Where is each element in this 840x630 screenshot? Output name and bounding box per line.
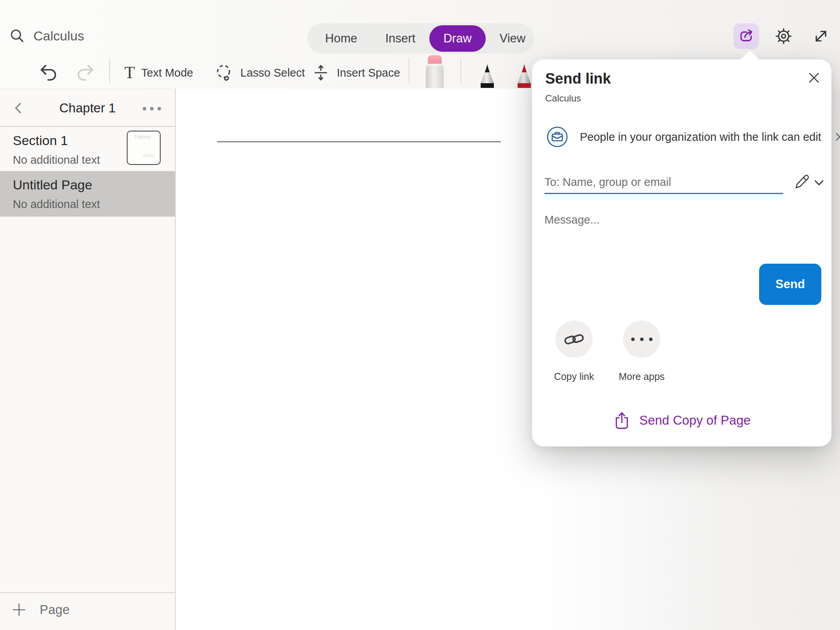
section-more-button[interactable] bbox=[140, 98, 163, 119]
expand-icon bbox=[812, 28, 830, 45]
tab-insert[interactable]: Insert bbox=[371, 25, 430, 52]
insert-space-button[interactable]: Insert Space bbox=[311, 58, 400, 88]
send-link-dialog: Send link Calculus People in your organi… bbox=[532, 60, 831, 446]
permission-text: People in your organization with the lin… bbox=[580, 131, 821, 144]
close-dialog-button[interactable] bbox=[805, 69, 823, 88]
copy-link-label: Copy link bbox=[554, 371, 594, 382]
chevron-down-icon bbox=[812, 176, 826, 189]
plus-icon bbox=[12, 602, 26, 617]
thumbnail-text: Trigono bbox=[134, 134, 160, 140]
tab-home[interactable]: Home bbox=[311, 25, 371, 52]
more-apps-circle bbox=[623, 320, 660, 358]
message-input[interactable] bbox=[544, 209, 762, 231]
page-thumbnail: Trigono cosec bbox=[127, 131, 161, 165]
top-actions bbox=[733, 23, 834, 49]
lasso-select-button[interactable]: Lasso Select bbox=[214, 58, 305, 88]
ribbon-tabs: Home Insert Draw View bbox=[307, 23, 534, 54]
text-mode-button[interactable]: T Text Mode bbox=[124, 58, 193, 88]
page-sidebar: Chapter 1 Section 1 No additional text T… bbox=[0, 89, 176, 630]
undo-button[interactable] bbox=[39, 58, 59, 88]
pencil-icon bbox=[793, 173, 810, 191]
redo-button[interactable] bbox=[75, 58, 95, 88]
red-pen-tool[interactable] bbox=[514, 64, 534, 88]
page-list: Section 1 No additional text Trigono cos… bbox=[0, 127, 175, 217]
dialog-title: Send link bbox=[545, 70, 611, 87]
page-subtitle: No additional text bbox=[13, 198, 175, 211]
eraser-tool[interactable] bbox=[426, 55, 444, 88]
fullscreen-button[interactable] bbox=[808, 23, 834, 49]
close-icon bbox=[806, 70, 822, 86]
send-copy-label: Send Copy of Page bbox=[639, 413, 751, 428]
share-up-arrow-icon bbox=[613, 411, 631, 429]
copy-link-button[interactable]: Copy link bbox=[540, 320, 608, 382]
onenote-app: Calculus Home Insert Draw View bbox=[0, 0, 840, 630]
undo-icon bbox=[39, 63, 59, 83]
share-icon bbox=[737, 27, 755, 45]
add-page-button[interactable]: Page bbox=[12, 602, 70, 617]
tab-draw[interactable]: Draw bbox=[429, 25, 485, 52]
dialog-notebook-name: Calculus bbox=[545, 93, 581, 104]
text-mode-label: Text Mode bbox=[141, 66, 193, 79]
more-apps-button[interactable]: More apps bbox=[607, 320, 676, 382]
to-input[interactable] bbox=[544, 172, 783, 194]
expand-recipients-button[interactable] bbox=[810, 175, 828, 192]
gear-icon bbox=[774, 27, 793, 46]
edit-recipients-button[interactable] bbox=[792, 172, 812, 192]
lasso-icon bbox=[214, 63, 234, 83]
notebook-search[interactable]: Calculus bbox=[9, 28, 84, 44]
toolbar-divider bbox=[409, 58, 410, 83]
sidebar-footer: Page bbox=[0, 592, 175, 630]
page-row-untitled-page[interactable]: Untitled Page No additional text bbox=[0, 171, 175, 217]
ellipsis-icon bbox=[150, 107, 154, 110]
add-page-label: Page bbox=[40, 602, 70, 617]
sidebar-header: Chapter 1 bbox=[0, 89, 175, 127]
ellipsis-icon bbox=[143, 107, 146, 110]
share-button[interactable] bbox=[733, 23, 759, 49]
insert-space-icon bbox=[311, 63, 331, 82]
briefcase-icon bbox=[546, 126, 568, 148]
page-row-section-1[interactable]: Section 1 No additional text Trigono cos… bbox=[0, 127, 175, 171]
page-title: Untitled Page bbox=[13, 177, 175, 192]
insert-space-label: Insert Space bbox=[337, 66, 400, 79]
notebook-title: Calculus bbox=[33, 28, 84, 44]
redo-icon bbox=[75, 63, 95, 83]
ellipsis-icon bbox=[158, 107, 161, 110]
send-button[interactable]: Send bbox=[759, 264, 821, 305]
page-title-underline bbox=[217, 141, 501, 142]
tab-view[interactable]: View bbox=[486, 25, 540, 52]
lasso-select-label: Lasso Select bbox=[240, 66, 305, 79]
chevron-right-icon bbox=[833, 132, 840, 142]
toolbar-divider bbox=[109, 58, 110, 83]
eraser-body bbox=[426, 64, 444, 88]
link-icon bbox=[562, 327, 586, 351]
black-pen-tool[interactable] bbox=[478, 64, 497, 88]
search-icon bbox=[9, 28, 25, 44]
toolbar-divider bbox=[460, 58, 461, 83]
link-permission-button[interactable]: People in your organization with the lin… bbox=[546, 126, 840, 148]
copy-link-circle bbox=[555, 320, 593, 358]
thumbnail-text: cosec bbox=[143, 153, 160, 158]
send-copy-of-page-button[interactable]: Send Copy of Page bbox=[532, 409, 831, 432]
settings-button[interactable] bbox=[771, 23, 796, 49]
ellipsis-icon bbox=[631, 338, 653, 341]
text-mode-icon: T bbox=[124, 64, 135, 81]
more-apps-label: More apps bbox=[619, 371, 665, 382]
